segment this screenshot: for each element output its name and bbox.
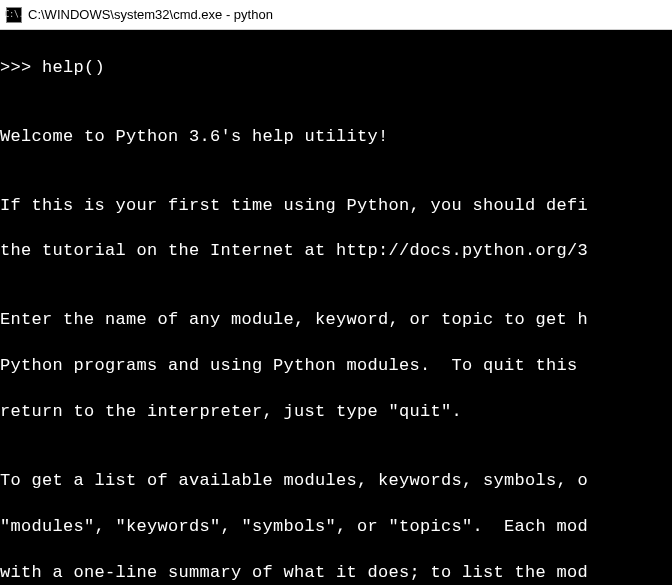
cmd-icon-label: C:\. xyxy=(4,11,23,19)
terminal-line: If this is your first time using Python,… xyxy=(0,195,672,218)
terminal-line: "modules", "keywords", "symbols", or "to… xyxy=(0,516,672,539)
terminal-line: Enter the name of any module, keyword, o… xyxy=(0,309,672,332)
terminal-line: >>> help() xyxy=(0,57,672,80)
title-bar[interactable]: C:\. C:\WINDOWS\system32\cmd.exe - pytho… xyxy=(0,0,672,30)
terminal-line: To get a list of available modules, keyw… xyxy=(0,470,672,493)
terminal-line: return to the interpreter, just type "qu… xyxy=(0,401,672,424)
terminal-line: with a one-line summary of what it does;… xyxy=(0,562,672,585)
terminal-line: Python programs and using Python modules… xyxy=(0,355,672,378)
cmd-icon: C:\. xyxy=(6,7,22,23)
terminal-line: the tutorial on the Internet at http://d… xyxy=(0,240,672,263)
terminal-output[interactable]: >>> help() Welcome to Python 3.6's help … xyxy=(0,30,672,585)
window-title: C:\WINDOWS\system32\cmd.exe - python xyxy=(28,7,273,22)
terminal-line: Welcome to Python 3.6's help utility! xyxy=(0,126,672,149)
